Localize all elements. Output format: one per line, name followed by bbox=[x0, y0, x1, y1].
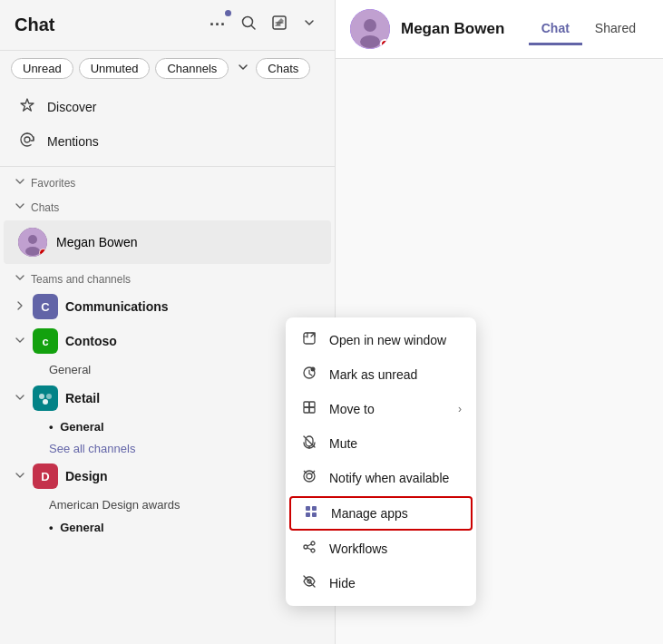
svg-rect-28 bbox=[312, 506, 317, 511]
workflows-label: Workflows bbox=[329, 542, 462, 556]
svg-point-33 bbox=[311, 549, 315, 552]
open-window-icon bbox=[300, 331, 318, 349]
hide-label: Hide bbox=[329, 576, 462, 590]
move-to-label: Move to bbox=[329, 402, 447, 416]
svg-point-31 bbox=[304, 545, 307, 549]
mute-label: Mute bbox=[329, 436, 462, 451]
svg-rect-20 bbox=[309, 407, 315, 413]
open-new-window-label: Open in new window bbox=[329, 333, 462, 347]
hide-icon bbox=[300, 574, 318, 592]
mute-icon bbox=[300, 434, 318, 453]
menu-item-move-to[interactable]: Move to › bbox=[286, 392, 476, 426]
svg-rect-30 bbox=[312, 512, 317, 517]
manage-apps-label: Manage apps bbox=[331, 506, 460, 521]
move-to-arrow: › bbox=[458, 403, 462, 415]
svg-rect-19 bbox=[304, 407, 309, 413]
manage-apps-icon bbox=[302, 504, 320, 522]
menu-item-mute[interactable]: Mute bbox=[286, 426, 476, 461]
svg-line-34 bbox=[307, 544, 311, 546]
menu-item-mark-unread[interactable]: Mark as unread bbox=[286, 357, 476, 392]
menu-item-manage-apps[interactable]: Manage apps bbox=[289, 496, 473, 531]
context-menu: Open in new window Mark as unread bbox=[286, 317, 476, 606]
svg-line-37 bbox=[304, 576, 315, 587]
svg-rect-29 bbox=[306, 512, 310, 517]
context-menu-overlay: Open in new window Mark as unread bbox=[0, 0, 663, 644]
menu-item-open-new-window[interactable]: Open in new window bbox=[286, 323, 476, 357]
notify-label: Notify when available bbox=[329, 471, 462, 485]
svg-point-16 bbox=[311, 367, 316, 372]
svg-line-35 bbox=[307, 548, 311, 550]
mark-unread-icon bbox=[300, 366, 318, 384]
mark-unread-label: Mark as unread bbox=[329, 367, 462, 382]
menu-item-hide[interactable]: Hide bbox=[286, 566, 476, 600]
notify-icon bbox=[300, 469, 318, 487]
svg-rect-17 bbox=[304, 402, 309, 407]
svg-point-24 bbox=[307, 473, 312, 479]
svg-point-32 bbox=[311, 542, 315, 545]
menu-item-workflows[interactable]: Workflows bbox=[286, 532, 476, 566]
svg-rect-18 bbox=[309, 402, 315, 407]
menu-item-notify[interactable]: Notify when available bbox=[286, 461, 476, 495]
svg-rect-27 bbox=[306, 506, 310, 511]
workflows-icon bbox=[300, 540, 318, 558]
move-to-icon bbox=[300, 400, 318, 418]
